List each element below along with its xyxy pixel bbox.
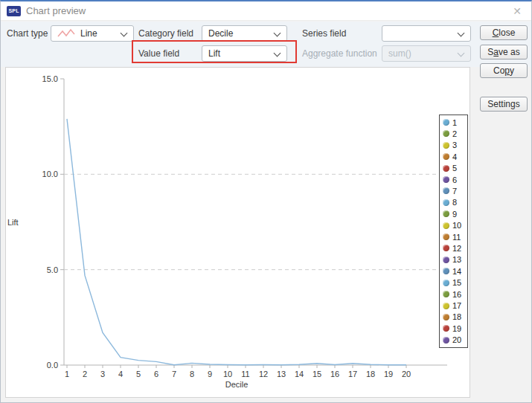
legend-dot-icon	[443, 325, 449, 332]
legend-item: 2	[443, 129, 466, 138]
chart-preview-dialog: SPL Chart preview ✕ Chart type Line Cate…	[0, 0, 532, 403]
lift-chart: 201918171615141312111098765432115.010.05…	[6, 68, 469, 397]
legend-label: 18	[452, 312, 461, 321]
chevron-down-icon	[274, 30, 281, 37]
x-tick-label: 10	[223, 370, 232, 378]
toolbar: Chart type Line Category field Decile Se…	[1, 22, 531, 67]
chevron-down-icon	[274, 50, 281, 57]
chart-panel: 201918171615141312111098765432115.010.05…	[5, 67, 470, 398]
close-button[interactable]: Close	[480, 25, 528, 40]
legend-label: 12	[452, 244, 461, 253]
x-tick-label: 6	[154, 370, 158, 378]
y-tick-label: 10.0	[42, 170, 58, 178]
legend-item: 18	[443, 312, 466, 322]
legend-label: 11	[452, 233, 461, 242]
value-field-value: Lift	[208, 48, 220, 59]
close-icon[interactable]: ✕	[509, 4, 525, 19]
x-tick-label: 5	[136, 370, 141, 378]
spl-logo-icon: SPL	[7, 6, 21, 16]
legend-label: 13	[452, 255, 461, 264]
y-axis-title: Lift	[7, 218, 19, 227]
legend-label: 10	[452, 221, 461, 230]
category-field-label: Category field	[138, 28, 193, 39]
chart-type-dropdown[interactable]: Line	[51, 25, 134, 42]
x-tick-label: 11	[241, 370, 249, 378]
aggregate-function-label: Aggregate function	[302, 48, 377, 59]
chevron-down-icon	[458, 50, 465, 57]
legend-dot-icon	[443, 245, 449, 251]
legend-dot-icon	[443, 187, 449, 194]
legend-label: 14	[452, 267, 461, 276]
legend-label: 9	[452, 210, 457, 219]
x-tick-label: 12	[259, 370, 268, 378]
legend-dot-icon	[443, 337, 449, 344]
x-tick-label: 20	[402, 370, 411, 378]
legend-label: 4	[452, 152, 457, 161]
legend-item: 16	[443, 289, 466, 299]
legend-dot-icon	[443, 291, 449, 297]
legend-item: 15	[443, 278, 466, 288]
legend-label: 2	[452, 129, 457, 138]
legend-item: 14	[443, 266, 466, 276]
legend-dot-icon	[443, 119, 449, 126]
legend-item: 9	[443, 209, 466, 219]
legend-item: 10	[443, 221, 466, 230]
legend-dot-icon	[443, 199, 449, 206]
legend-dot-icon	[443, 210, 449, 217]
x-tick-label: 14	[295, 370, 304, 378]
chart-type-value: Line	[80, 28, 97, 39]
x-tick-label: 9	[208, 370, 212, 378]
y-tick-label: 15.0	[42, 74, 58, 83]
category-field-value: Decile	[208, 28, 233, 39]
series-legend: 1234567891011121314151617181920	[439, 115, 468, 348]
aggregate-function-value: sum()	[388, 48, 411, 59]
legend-item: 20	[443, 335, 466, 345]
y-tick-label: 0.0	[47, 361, 58, 370]
x-tick-label: 13	[277, 370, 286, 378]
legend-item: 17	[443, 301, 466, 311]
legend-dot-icon	[443, 257, 449, 263]
legend-label: 15	[452, 278, 461, 287]
legend-item: 7	[443, 186, 466, 196]
series-field-label: Series field	[302, 28, 346, 39]
legend-dot-icon	[443, 153, 449, 160]
x-tick-label: 8	[190, 370, 194, 378]
aggregate-function-dropdown: sum()	[382, 45, 471, 62]
legend-dot-icon	[443, 314, 449, 320]
legend-item: 6	[443, 175, 466, 184]
legend-dot-icon	[443, 176, 449, 183]
legend-label: 20	[452, 335, 461, 344]
legend-label: 1	[452, 118, 457, 127]
legend-item: 8	[443, 198, 466, 207]
legend-item: 5	[443, 164, 466, 173]
x-tick-label: 4	[118, 370, 123, 378]
y-tick-label: 5.0	[47, 265, 58, 274]
copy-button[interactable]: Copy	[480, 63, 528, 78]
x-tick-label: 19	[384, 370, 393, 378]
x-tick-label: 15	[313, 370, 321, 378]
series-field-dropdown[interactable]	[382, 25, 471, 42]
legend-dot-icon	[443, 130, 449, 137]
legend-dot-icon	[443, 233, 449, 240]
legend-dot-icon	[443, 165, 449, 172]
legend-label: 17	[452, 301, 461, 310]
legend-label: 8	[452, 198, 457, 207]
x-tick-label: 17	[348, 370, 357, 378]
value-field-label: Value field	[138, 48, 179, 59]
x-tick-label: 1	[65, 370, 69, 378]
dialog-title: Chart preview	[26, 5, 86, 16]
title-bar: SPL Chart preview ✕	[1, 1, 531, 21]
chevron-down-icon	[121, 30, 128, 37]
settings-button[interactable]: Settings	[480, 97, 528, 112]
legend-item: 1	[443, 117, 466, 127]
category-field-dropdown[interactable]: Decile	[202, 25, 287, 42]
legend-item: 12	[443, 243, 466, 253]
legend-dot-icon	[443, 268, 449, 274]
chevron-down-icon	[458, 30, 465, 37]
x-axis-title: Decile	[225, 380, 249, 389]
save-as-button[interactable]: Save as	[480, 45, 528, 59]
legend-label: 16	[452, 290, 461, 299]
legend-item: 13	[443, 255, 466, 265]
x-tick-label: 3	[100, 370, 105, 378]
value-field-dropdown[interactable]: Lift	[202, 45, 287, 62]
